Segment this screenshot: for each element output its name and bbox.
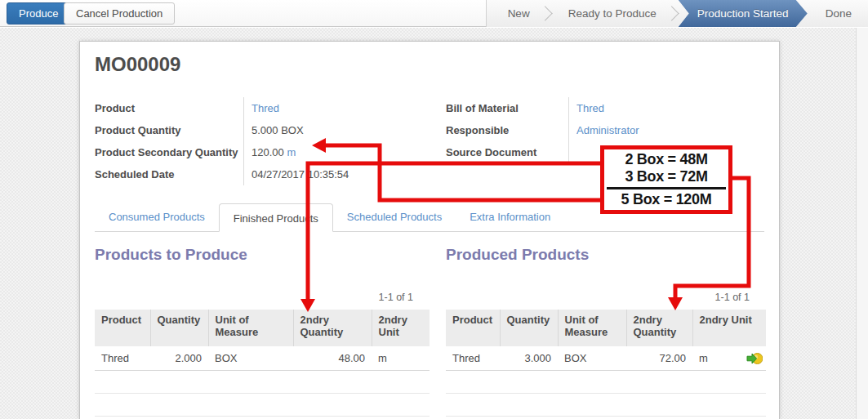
vertical-scrollbar[interactable] xyxy=(856,28,868,419)
column-header-2ndry-quantity[interactable]: 2ndry Quantity xyxy=(293,310,372,346)
cell-quantity: 2.000 xyxy=(150,346,208,370)
column-header-unit-of-measure[interactable]: Unit of Measure xyxy=(208,310,293,346)
secondary-quantity-value: 120.00 xyxy=(251,146,284,158)
column-header-unit-of-measure[interactable]: Unit of Measure xyxy=(558,310,626,346)
product-value-link[interactable]: Thred xyxy=(251,102,279,114)
cell-uom: BOX xyxy=(558,346,626,370)
products-to-produce-table: Product Quantity Unit of Measure 2ndry Q… xyxy=(95,310,430,417)
column-header-2ndry-unit[interactable]: 2ndry Unit xyxy=(372,310,430,346)
tab-extra-information[interactable]: Extra Information xyxy=(456,203,564,231)
table-row[interactable]: Thred 2.000 BOX 48.00 m xyxy=(95,346,430,370)
produce-button[interactable]: Produce xyxy=(7,2,70,25)
annotation-sum-line xyxy=(607,187,726,189)
column-header-quantity[interactable]: Quantity xyxy=(150,310,208,346)
scheduled-date-label: Scheduled Date xyxy=(95,168,243,181)
column-header-product[interactable]: Product xyxy=(95,310,150,346)
annotation-box: 2 Box = 48M 3 Box = 72M 5 Box = 120M xyxy=(600,145,732,214)
section-produced-products: Produced Products 1-1 of 1 Product Quant… xyxy=(446,246,766,264)
tab-finished-products[interactable]: Finished Products xyxy=(219,203,333,232)
product-quantity-label: Product Quantity xyxy=(95,124,243,136)
cell-2ndry-quantity: 48.00 xyxy=(293,346,372,370)
annotation-total: 5 Box = 120M xyxy=(604,191,728,208)
secondary-quantity-label: Product Secondary Quantity xyxy=(95,146,243,158)
cell-quantity: 3.000 xyxy=(500,346,558,370)
empty-row xyxy=(446,370,766,393)
statusbar-step-ready-to-produce[interactable]: Ready to Produce xyxy=(552,0,673,27)
produce-coin-icon[interactable] xyxy=(746,352,763,368)
annotation-line-2: 3 Box = 72M xyxy=(604,168,728,185)
secondary-unit-link[interactable]: m xyxy=(287,146,296,158)
cell-product: Thred xyxy=(446,346,500,370)
tab-scheduled-products[interactable]: Scheduled Products xyxy=(333,203,456,231)
product-quantity-value: 5.000 BOX xyxy=(243,119,438,141)
column-header-product[interactable]: Product xyxy=(446,310,500,346)
form-sheet: MO00009 Product Thred Product Quantity 5… xyxy=(79,41,780,419)
column-header-2ndry-unit[interactable]: 2ndry Unit xyxy=(692,310,766,346)
field-group-left: Product Thred Product Quantity 5.000 BOX… xyxy=(95,97,438,185)
statusbar-step-done[interactable]: Done xyxy=(809,0,868,27)
cell-2ndry-unit: m xyxy=(692,346,766,370)
pager-produced-products: 1-1 of 1 xyxy=(715,292,750,303)
annotation-line-1: 2 Box = 48M xyxy=(604,151,728,168)
produced-products-table: Product Quantity Unit of Measure 2ndry Q… xyxy=(446,310,766,417)
responsible-label: Responsible xyxy=(446,124,568,136)
pager-products-to-produce: 1-1 of 1 xyxy=(379,292,413,303)
cell-2ndry-quantity: 72.00 xyxy=(626,346,692,370)
scheduled-date-value: 04/27/2017 10:35:54 xyxy=(243,163,438,185)
product-label: Product xyxy=(95,102,243,114)
statusbar: New Ready to Produce Production Started … xyxy=(486,0,868,27)
empty-row xyxy=(95,370,430,393)
column-header-2ndry-quantity[interactable]: 2ndry Quantity xyxy=(626,310,692,346)
statusbar-step-production-started[interactable]: Production Started xyxy=(679,0,808,27)
source-document-label: Source Document xyxy=(446,146,568,158)
bill-of-material-value-link[interactable]: Thred xyxy=(576,102,604,114)
column-header-quantity[interactable]: Quantity xyxy=(500,310,558,346)
tab-consumed-products[interactable]: Consumed Products xyxy=(95,203,219,231)
bill-of-material-label: Bill of Material xyxy=(446,102,568,114)
cancel-production-button[interactable]: Cancel Production xyxy=(64,2,175,25)
cell-uom: BOX xyxy=(208,346,293,370)
products-to-produce-heading: Products to Produce xyxy=(95,246,430,264)
empty-row xyxy=(95,393,430,416)
cell-2ndry-unit: m xyxy=(372,346,430,370)
empty-row xyxy=(446,393,766,416)
table-row[interactable]: Thred 3.000 BOX 72.00 m xyxy=(446,346,766,370)
produced-products-heading: Produced Products xyxy=(446,246,766,264)
responsible-value-link[interactable]: Administrator xyxy=(576,124,639,136)
cell-product: Thred xyxy=(95,346,150,370)
toolbar: Produce Cancel Production New Ready to P… xyxy=(0,0,868,27)
page-title: MO00009 xyxy=(95,53,180,76)
section-products-to-produce: Products to Produce 1-1 of 1 Product Qua… xyxy=(95,246,430,264)
